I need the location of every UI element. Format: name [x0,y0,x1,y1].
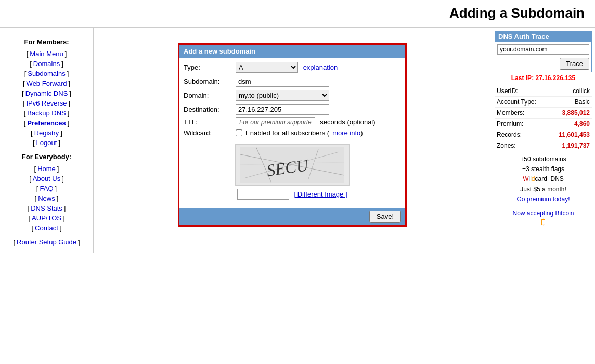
sidebar-item-backup-dns[interactable]: [ Backup DNS ] [0,108,93,118]
registry-link[interactable]: Registry [34,129,59,137]
premium-row: Premium: 4,860 [495,119,592,129]
members-label: Members: [495,108,548,119]
wildcard-checkbox[interactable] [236,129,242,136]
home-link[interactable]: Home [37,165,56,173]
sidebar-item-dynamic-dns[interactable]: [ Dynamic DNS ] [0,88,93,98]
destination-input[interactable] [236,104,329,115]
everybody-section-title: For Everybody: [0,153,93,161]
sidebar: For Members: [ Main Menu ] [ Domains ] [… [0,28,94,253]
domains-link[interactable]: Domains [33,60,60,68]
dns-domain-input[interactable] [497,44,589,55]
domain-select[interactable]: my.to (public) example.com [236,90,329,101]
dns-input-row [495,42,591,57]
account-type-row: Account Type: Basic [495,97,592,108]
page-title: Adding a Subdomain [10,5,585,21]
bitcoin-row: Now accepting Bitcoin ₿ [495,207,592,230]
subdomain-row: Subdomain: [184,76,401,87]
ttl-label: TTL: [184,118,236,126]
sidebar-item-domains[interactable]: [ Domains ] [0,59,93,69]
ttl-control: For our premium supporte seconds (option… [236,118,401,126]
go-premium-link[interactable]: Go premium today! [516,196,570,203]
captcha-input-row: [ Different Image ] [188,189,397,200]
ttl-row: TTL: For our premium supporte seconds (o… [184,118,401,126]
wildcard-control: Enabled for all subscribers (more info) [236,129,401,137]
sidebar-item-subdomains[interactable]: [ Subdomains ] [0,69,93,79]
web-forward-link[interactable]: Web Forward [27,80,67,87]
ipv6-link[interactable]: IPv6 Reverse [26,99,67,107]
last-ip-label: Last IP: [511,74,534,82]
sidebar-item-dns-stats[interactable]: [ DNS Stats ] [0,203,93,213]
wildcard-end: ) [360,129,363,137]
about-link[interactable]: About Us [33,175,60,183]
explanation-link[interactable]: explanation [303,63,338,71]
promo-line-2: +3 stealth flags [497,164,590,174]
sidebar-item-faq[interactable]: [ FAQ ] [0,184,93,193]
sidebar-item-registry[interactable]: [ Registry ] [0,128,93,138]
wildcard-row: Wildcard: Enabled for all subscribers (m… [184,129,401,137]
aup-link[interactable]: AUP/TOS [32,214,61,222]
dns-stats-link[interactable]: DNS Stats [31,204,62,212]
promo-line-5: Go premium today! [497,194,590,204]
backup-dns-link[interactable]: Backup DNS [27,109,66,117]
captcha-area: SECU [ Different Image ] [184,140,401,204]
dns-trace-row: Trace [495,57,591,72]
form-footer [179,208,405,225]
destination-label: Destination: [184,106,236,113]
destination-row: Destination: [184,104,401,115]
sidebar-item-logout[interactable]: [ Logout ] [0,138,93,148]
logout-link[interactable]: Logout [36,139,57,147]
subdomains-link[interactable]: Subdomains [28,70,65,77]
members-row: Members: 3,885,012 [495,108,592,119]
sidebar-item-preferences[interactable]: [ Preferences ] [0,118,93,128]
sidebar-item-contact[interactable]: [ Contact ] [0,223,93,233]
sidebar-item-ipv6[interactable]: [ IPv6 Reverse ] [0,98,93,108]
records-row: Records: 11,601,453 [495,129,592,140]
dns-box-title: DNS Auth Trace [495,31,591,42]
members-section-title: For Members: [0,38,93,46]
more-info-link[interactable]: more info [332,129,360,137]
form-title: Add a new subdomain [179,45,405,58]
promo-box: +50 subdomains +3 stealth flags Wildcard… [495,151,592,207]
news-link[interactable]: News [38,194,55,202]
info-table: UserID: collick Account Type: Basic Memb… [495,86,592,151]
add-subdomain-form: Add a new subdomain Type: A AAAA CNAME M… [178,43,407,227]
type-row: Type: A AAAA CNAME MX TXT NS SPF explana… [184,62,401,73]
save-button[interactable] [369,211,401,223]
main-menu-link[interactable]: Main Menu [30,50,63,58]
sidebar-item-news[interactable]: [ News ] [0,193,93,203]
account-type-value: Basic [548,97,592,108]
dns-auth-box: DNS Auth Trace Trace [495,31,592,72]
promo-line-1: +50 subdomains [497,154,590,164]
router-link[interactable]: Router Setup Guide [17,238,76,247]
sidebar-item-web-forward[interactable]: [ Web Forward ] [0,79,93,88]
subdomain-control [236,76,401,87]
sidebar-item-main-menu[interactable]: [ Main Menu ] [0,49,93,59]
sidebar-item-about[interactable]: [ About Us ] [0,174,93,184]
bitcoin-icon: ₿ [541,217,546,227]
userid-label: UserID: [495,86,548,97]
premium-value: 4,860 [548,119,592,129]
captcha-input[interactable] [237,189,289,200]
faq-link[interactable]: FAQ [40,185,53,192]
trace-button[interactable]: Trace [560,58,589,70]
records-label: Records: [495,129,548,140]
wildcard-label: Wildcard: [184,129,236,137]
last-ip-display: Last IP: 27.16.226.135 [495,72,592,84]
promo-wildcard: Wildcard DNS [497,174,590,184]
different-image-link[interactable]: [ Different Image ] [293,190,347,198]
subdomain-input[interactable] [236,76,329,87]
captcha-svg: SECU [240,147,344,183]
type-select[interactable]: A AAAA CNAME MX TXT NS SPF [236,62,298,73]
sidebar-item-home[interactable]: [ Home ] [0,164,93,174]
domain-control: my.to (public) example.com [236,90,401,101]
sidebar-item-aup[interactable]: [ AUP/TOS ] [0,213,93,223]
bitcoin-link[interactable]: Now accepting Bitcoin [512,210,574,217]
userid-value: collick [548,86,592,97]
sidebar-item-router[interactable]: [ Router Setup Guide ] [0,237,93,248]
account-type-label: Account Type: [495,97,548,108]
members-value: 3,885,012 [548,108,592,119]
preferences-link[interactable]: Preferences [27,119,66,127]
zones-value: 1,191,737 [548,140,592,151]
contact-link[interactable]: Contact [35,224,58,232]
dynamic-dns-link[interactable]: Dynamic DNS [25,89,68,97]
